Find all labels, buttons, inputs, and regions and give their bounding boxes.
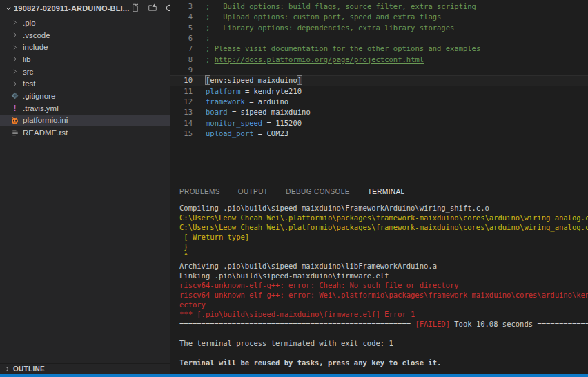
refresh-icon[interactable] bbox=[164, 3, 170, 14]
line-number: 12 bbox=[170, 97, 193, 107]
folder-label: lib bbox=[23, 55, 31, 64]
folder-label: .vscode bbox=[23, 31, 50, 39]
file-label: README.rst bbox=[23, 128, 68, 137]
editor-line-12[interactable]: 12framework = arduino bbox=[170, 97, 588, 107]
editor-line-15[interactable]: 15upload_port = COM23 bbox=[170, 128, 588, 139]
panel-tab-bar: PROBLEMSOUTPUTDEBUG CONSOLETERMINAL bbox=[170, 182, 588, 200]
terminal-line: ========================================… bbox=[179, 319, 588, 329]
folder-item-dot-pio[interactable]: .pio bbox=[0, 17, 170, 29]
terminal-line: Terminal will be reused by tasks, press … bbox=[179, 358, 588, 367]
folder-label: .pio bbox=[23, 19, 36, 27]
file-tree: .pio.vscodeincludelibsrctest.gitignore!.… bbox=[0, 16, 170, 139]
folder-item-src[interactable]: src bbox=[0, 66, 170, 78]
terminal-line: ectory bbox=[179, 300, 588, 309]
outline-label: OUTLINE bbox=[13, 365, 45, 373]
file-item-README.rst[interactable]: README.rst bbox=[0, 126, 170, 139]
terminal-line: riscv64-unknown-elf-g++: error: Cheah: N… bbox=[179, 280, 588, 290]
chevron-right-icon bbox=[10, 79, 19, 88]
code-text: upload_port = COM23 bbox=[206, 128, 288, 139]
outline-section-header[interactable]: OUTLINE bbox=[0, 363, 170, 374]
file-label: .gitignore bbox=[23, 92, 55, 100]
line-number: 11 bbox=[170, 86, 193, 97]
chevron-right-icon bbox=[10, 30, 19, 40]
travis-exclaim-icon: ! bbox=[10, 104, 19, 113]
file-label: platformio.ini bbox=[23, 116, 68, 124]
git-diamond-icon bbox=[10, 91, 19, 101]
folder-item-include[interactable]: include bbox=[0, 41, 170, 53]
editor-line-3[interactable]: 3; Build options: build flags, source fi… bbox=[170, 1, 588, 12]
workspace-folder-title: 190827-020911-ARDUINO-BLI... bbox=[14, 4, 130, 12]
code-text: framework = arduino bbox=[206, 97, 288, 107]
terminal-line: [-Wreturn-type] bbox=[179, 232, 588, 242]
editor-line-13[interactable]: 13board = sipeed-maixduino bbox=[170, 107, 588, 117]
line-number: 13 bbox=[170, 107, 193, 117]
line-number: 7 bbox=[170, 44, 193, 54]
readme-lines-icon bbox=[10, 128, 19, 137]
code-text: board = sipeed-maixduino bbox=[206, 107, 311, 117]
vscode-window: 190827-020911-ARDUINO-BLI... .pio.vscode… bbox=[0, 0, 588, 377]
editor-line-6[interactable]: 6; bbox=[170, 33, 588, 44]
editor-line-4[interactable]: 4; Upload options: custom port, speed an… bbox=[170, 12, 588, 22]
code-text: platform = kendryte210 bbox=[206, 86, 302, 97]
terminal-line: Linking .pio\build\sipeed-maixduino\firm… bbox=[179, 271, 588, 280]
terminal-line: riscv64-unknown-elf-g++: error: Wei\.pla… bbox=[179, 290, 588, 300]
line-number: 4 bbox=[170, 12, 193, 22]
editor-line-5[interactable]: 5; Library options: dependencies, extra … bbox=[170, 23, 588, 33]
editor-line-8[interactable]: 8; http://docs.platformio.org/page/proje… bbox=[170, 55, 588, 65]
folder-item-test[interactable]: test bbox=[0, 77, 170, 90]
terminal-line: *** [.pio\build\sipeed-maixduino\firmwar… bbox=[179, 309, 588, 319]
panel-tab-output[interactable]: OUTPUT bbox=[238, 182, 268, 200]
explorer-actions bbox=[130, 3, 170, 14]
panel-tab-problems[interactable]: PROBLEMS bbox=[179, 182, 220, 200]
code-text: ; http://docs.platformio.org/page/projec… bbox=[206, 55, 424, 65]
editor-line-7[interactable]: 7; Please visit documentation for the ot… bbox=[170, 44, 588, 54]
terminal-line: C:\Users\Leow Cheah Wei\.platformio\pack… bbox=[179, 222, 588, 232]
line-number: 8 bbox=[170, 55, 193, 65]
editor-line-9[interactable]: 9 bbox=[170, 65, 588, 75]
panel-tab-debug-console[interactable]: DEBUG CONSOLE bbox=[286, 182, 349, 200]
line-number: 5 bbox=[170, 23, 193, 33]
explorer-section-header[interactable]: 190827-020911-ARDUINO-BLI... bbox=[0, 0, 170, 16]
line-number: 9 bbox=[170, 65, 193, 75]
code-text: ; Upload options: custom port, speed and… bbox=[206, 12, 441, 22]
line-number: 15 bbox=[170, 128, 193, 139]
terminal-line: C:\Users\Leow Cheah Wei\.platformio\pack… bbox=[179, 213, 588, 222]
chevron-right-icon bbox=[10, 18, 19, 28]
chevron-down-icon bbox=[5, 5, 12, 12]
new-folder-icon[interactable] bbox=[147, 3, 158, 14]
terminal-line bbox=[179, 348, 588, 358]
terminal-line bbox=[179, 329, 588, 338]
chevron-right-icon bbox=[10, 67, 19, 77]
terminal-line: Compiling .pio\build\sipeed-maixduino\Fr… bbox=[179, 203, 588, 213]
line-number: 10 bbox=[170, 75, 193, 86]
code-text: ; Library options: dependencies, extra l… bbox=[206, 23, 454, 33]
line-number: 3 bbox=[170, 1, 193, 12]
chevron-right-icon bbox=[10, 42, 19, 52]
new-file-icon[interactable] bbox=[130, 3, 141, 14]
panel-tab-terminal[interactable]: TERMINAL bbox=[368, 182, 405, 200]
platformio-ant-icon bbox=[10, 115, 19, 125]
status-bar[interactable] bbox=[0, 374, 588, 377]
chevron-right-icon bbox=[4, 366, 10, 372]
chevron-right-icon bbox=[10, 55, 19, 64]
editor-line-14[interactable]: 14monitor_speed = 115200 bbox=[170, 118, 588, 128]
file-item-dot-gitignore[interactable]: .gitignore bbox=[0, 90, 170, 102]
line-number: 14 bbox=[170, 118, 193, 128]
terminal-output[interactable]: Compiling .pio\build\sipeed-maixduino\Fr… bbox=[170, 201, 588, 374]
bottom-panel: PROBLEMSOUTPUTDEBUG CONSOLETERMINAL Comp… bbox=[170, 182, 588, 374]
terminal-line: Archiving .pio\build\sipeed-maixduino\li… bbox=[179, 261, 588, 271]
folder-item-lib[interactable]: lib bbox=[0, 53, 170, 66]
editor-line-10[interactable]: 10[env:sipeed-maixduino] bbox=[170, 75, 588, 86]
code-text: ; Please visit documentation for the oth… bbox=[206, 44, 480, 54]
folder-label: test bbox=[23, 79, 36, 88]
folder-item-dot-vscode[interactable]: .vscode bbox=[0, 29, 170, 41]
file-label: .travis.yml bbox=[23, 104, 59, 113]
line-number: 6 bbox=[170, 33, 193, 44]
editor-pane[interactable]: 3; Build options: build flags, source fi… bbox=[170, 0, 588, 182]
file-item-dot-travis.yml[interactable]: !.travis.yml bbox=[0, 102, 170, 115]
explorer-sidebar: 190827-020911-ARDUINO-BLI... .pio.vscode… bbox=[0, 0, 170, 374]
editor-line-11[interactable]: 11platform = kendryte210 bbox=[170, 86, 588, 97]
folder-label: src bbox=[23, 68, 33, 76]
code-text: ; bbox=[206, 33, 210, 44]
file-item-platformio.ini[interactable]: platformio.ini bbox=[0, 115, 170, 127]
